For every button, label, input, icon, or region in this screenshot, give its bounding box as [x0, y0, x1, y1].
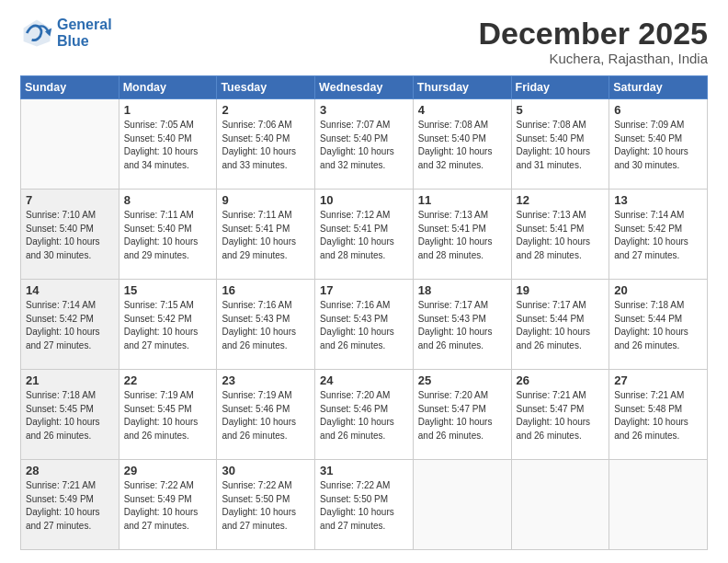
day-info: Sunrise: 7:14 AM Sunset: 5:42 PM Dayligh…: [614, 209, 702, 262]
calendar-day-cell: 13Sunrise: 7:14 AM Sunset: 5:42 PM Dayli…: [609, 190, 708, 280]
calendar-week-row: 7Sunrise: 7:10 AM Sunset: 5:40 PM Daylig…: [21, 190, 708, 280]
logo: General Blue: [20, 17, 112, 50]
calendar-table: SundayMondayTuesdayWednesdayThursdayFrid…: [20, 75, 708, 550]
calendar-day-cell: 29Sunrise: 7:22 AM Sunset: 5:49 PM Dayli…: [119, 460, 217, 550]
calendar-day-cell: [21, 99, 119, 190]
calendar-day-header: Friday: [511, 76, 609, 99]
calendar-day-cell: 7Sunrise: 7:10 AM Sunset: 5:40 PM Daylig…: [21, 190, 119, 280]
day-number: 3: [320, 103, 408, 117]
day-info: Sunrise: 7:15 AM Sunset: 5:42 PM Dayligh…: [124, 299, 212, 352]
day-info: Sunrise: 7:07 AM Sunset: 5:40 PM Dayligh…: [320, 119, 408, 172]
calendar-week-row: 21Sunrise: 7:18 AM Sunset: 5:45 PM Dayli…: [21, 370, 708, 460]
day-number: 22: [124, 373, 212, 387]
calendar-day-cell: 17Sunrise: 7:16 AM Sunset: 5:43 PM Dayli…: [315, 280, 414, 370]
calendar-day-cell: 1Sunrise: 7:05 AM Sunset: 5:40 PM Daylig…: [119, 99, 217, 190]
calendar-day-header: Thursday: [413, 76, 511, 99]
calendar-day-cell: [413, 460, 511, 550]
day-number: 20: [614, 283, 702, 297]
calendar-day-cell: 15Sunrise: 7:15 AM Sunset: 5:42 PM Dayli…: [119, 280, 217, 370]
day-number: 26: [517, 373, 605, 387]
day-number: 6: [614, 103, 702, 117]
day-number: 8: [124, 193, 212, 207]
calendar-week-row: 1Sunrise: 7:05 AM Sunset: 5:40 PM Daylig…: [21, 99, 708, 190]
day-info: Sunrise: 7:19 AM Sunset: 5:45 PM Dayligh…: [124, 389, 212, 442]
calendar-day-cell: 20Sunrise: 7:18 AM Sunset: 5:44 PM Dayli…: [609, 280, 708, 370]
calendar-day-cell: 26Sunrise: 7:21 AM Sunset: 5:47 PM Dayli…: [511, 370, 609, 460]
calendar-day-cell: 19Sunrise: 7:17 AM Sunset: 5:44 PM Dayli…: [511, 280, 609, 370]
page: General Blue December 2025 Kuchera, Raja…: [0, 0, 728, 563]
day-number: 1: [124, 103, 212, 117]
day-info: Sunrise: 7:18 AM Sunset: 5:44 PM Dayligh…: [614, 299, 702, 352]
day-number: 28: [26, 464, 114, 477]
calendar-day-cell: 31Sunrise: 7:22 AM Sunset: 5:50 PM Dayli…: [315, 460, 414, 550]
day-info: Sunrise: 7:08 AM Sunset: 5:40 PM Dayligh…: [418, 119, 506, 172]
logo-icon: [20, 17, 53, 50]
day-number: 18: [418, 283, 506, 297]
day-number: 27: [614, 373, 702, 387]
day-info: Sunrise: 7:19 AM Sunset: 5:46 PM Dayligh…: [222, 389, 310, 442]
calendar-day-cell: [609, 460, 708, 550]
day-info: Sunrise: 7:18 AM Sunset: 5:45 PM Dayligh…: [26, 389, 114, 442]
day-number: 10: [320, 193, 408, 207]
day-number: 16: [222, 283, 310, 297]
day-info: Sunrise: 7:13 AM Sunset: 5:41 PM Dayligh…: [517, 209, 605, 262]
calendar-day-cell: 25Sunrise: 7:20 AM Sunset: 5:47 PM Dayli…: [413, 370, 511, 460]
day-info: Sunrise: 7:13 AM Sunset: 5:41 PM Dayligh…: [418, 209, 506, 262]
calendar-day-header: Sunday: [21, 76, 119, 99]
calendar-day-cell: 11Sunrise: 7:13 AM Sunset: 5:41 PM Dayli…: [413, 190, 511, 280]
calendar-day-cell: 5Sunrise: 7:08 AM Sunset: 5:40 PM Daylig…: [511, 99, 609, 190]
day-info: Sunrise: 7:21 AM Sunset: 5:49 PM Dayligh…: [26, 479, 114, 533]
calendar-day-cell: 21Sunrise: 7:18 AM Sunset: 5:45 PM Dayli…: [21, 370, 119, 460]
calendar-day-cell: 14Sunrise: 7:14 AM Sunset: 5:42 PM Dayli…: [21, 280, 119, 370]
day-info: Sunrise: 7:11 AM Sunset: 5:41 PM Dayligh…: [222, 209, 310, 262]
calendar-week-row: 28Sunrise: 7:21 AM Sunset: 5:49 PM Dayli…: [21, 460, 708, 550]
day-info: Sunrise: 7:10 AM Sunset: 5:40 PM Dayligh…: [26, 209, 114, 262]
day-info: Sunrise: 7:20 AM Sunset: 5:47 PM Dayligh…: [418, 389, 506, 442]
day-number: 9: [222, 193, 310, 207]
calendar-day-header: Tuesday: [217, 76, 315, 99]
day-number: 14: [26, 283, 114, 297]
calendar-day-header: Wednesday: [315, 76, 414, 99]
day-number: 24: [320, 373, 408, 387]
month-title: December 2025: [478, 17, 708, 51]
title-block: December 2025 Kuchera, Rajasthan, India: [478, 17, 708, 66]
day-info: Sunrise: 7:16 AM Sunset: 5:43 PM Dayligh…: [222, 299, 310, 352]
day-number: 11: [418, 193, 506, 207]
calendar-day-cell: 18Sunrise: 7:17 AM Sunset: 5:43 PM Dayli…: [413, 280, 511, 370]
calendar-day-cell: 16Sunrise: 7:16 AM Sunset: 5:43 PM Dayli…: [217, 280, 315, 370]
day-info: Sunrise: 7:22 AM Sunset: 5:50 PM Dayligh…: [222, 479, 310, 533]
day-info: Sunrise: 7:09 AM Sunset: 5:40 PM Dayligh…: [614, 119, 702, 172]
day-info: Sunrise: 7:06 AM Sunset: 5:40 PM Dayligh…: [222, 119, 310, 172]
day-info: Sunrise: 7:11 AM Sunset: 5:40 PM Dayligh…: [124, 209, 212, 262]
day-info: Sunrise: 7:17 AM Sunset: 5:43 PM Dayligh…: [418, 299, 506, 352]
day-number: 19: [517, 283, 605, 297]
day-number: 5: [517, 103, 605, 117]
calendar-day-cell: 30Sunrise: 7:22 AM Sunset: 5:50 PM Dayli…: [217, 460, 315, 550]
day-number: 21: [26, 373, 114, 387]
day-info: Sunrise: 7:22 AM Sunset: 5:49 PM Dayligh…: [124, 479, 212, 533]
calendar-day-cell: 8Sunrise: 7:11 AM Sunset: 5:40 PM Daylig…: [119, 190, 217, 280]
day-info: Sunrise: 7:08 AM Sunset: 5:40 PM Dayligh…: [517, 119, 605, 172]
day-info: Sunrise: 7:12 AM Sunset: 5:41 PM Dayligh…: [320, 209, 408, 262]
header: General Blue December 2025 Kuchera, Raja…: [20, 17, 708, 66]
calendar-day-cell: 24Sunrise: 7:20 AM Sunset: 5:46 PM Dayli…: [315, 370, 414, 460]
calendar-day-header: Monday: [119, 76, 217, 99]
calendar-day-cell: 23Sunrise: 7:19 AM Sunset: 5:46 PM Dayli…: [217, 370, 315, 460]
calendar-day-cell: 12Sunrise: 7:13 AM Sunset: 5:41 PM Dayli…: [511, 190, 609, 280]
day-info: Sunrise: 7:16 AM Sunset: 5:43 PM Dayligh…: [320, 299, 408, 352]
day-number: 31: [320, 464, 408, 477]
calendar-day-cell: 4Sunrise: 7:08 AM Sunset: 5:40 PM Daylig…: [413, 99, 511, 190]
calendar-day-cell: 2Sunrise: 7:06 AM Sunset: 5:40 PM Daylig…: [217, 99, 315, 190]
calendar-day-cell: 3Sunrise: 7:07 AM Sunset: 5:40 PM Daylig…: [315, 99, 414, 190]
location: Kuchera, Rajasthan, India: [478, 51, 708, 66]
calendar-day-cell: 27Sunrise: 7:21 AM Sunset: 5:48 PM Dayli…: [609, 370, 708, 460]
day-info: Sunrise: 7:21 AM Sunset: 5:48 PM Dayligh…: [614, 389, 702, 442]
day-number: 12: [517, 193, 605, 207]
calendar-week-row: 14Sunrise: 7:14 AM Sunset: 5:42 PM Dayli…: [21, 280, 708, 370]
calendar-day-cell: 28Sunrise: 7:21 AM Sunset: 5:49 PM Dayli…: [21, 460, 119, 550]
calendar-day-header: Saturday: [609, 76, 708, 99]
day-info: Sunrise: 7:05 AM Sunset: 5:40 PM Dayligh…: [124, 119, 212, 172]
logo-text: General Blue: [57, 17, 112, 49]
calendar-day-cell: [511, 460, 609, 550]
day-number: 7: [26, 193, 114, 207]
